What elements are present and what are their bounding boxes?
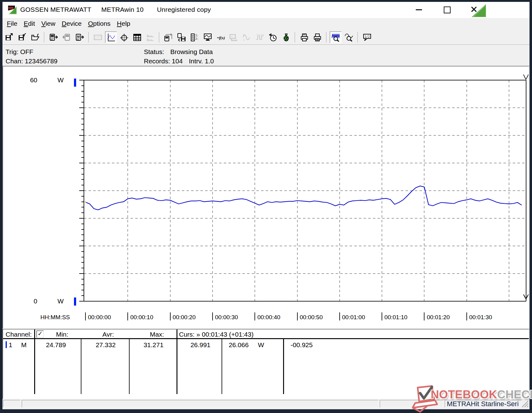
power-trace bbox=[85, 186, 522, 210]
y-axis-bottom-label: 0 bbox=[25, 297, 37, 305]
table-divider bbox=[81, 339, 81, 394]
y-axis-top-marker[interactable] bbox=[74, 79, 76, 87]
channel-color-bar bbox=[6, 341, 7, 348]
grid-icon bbox=[133, 33, 141, 42]
formula-button[interactable]: =f(x) bbox=[215, 31, 227, 43]
printer-icon bbox=[313, 33, 322, 42]
menu-edit[interactable]: Edit bbox=[21, 19, 37, 28]
device-save-icon bbox=[177, 33, 186, 42]
record-live-button[interactable] bbox=[280, 31, 292, 43]
toolbar-separator bbox=[326, 32, 327, 43]
channel-setup-button[interactable]: 1:2: bbox=[189, 31, 200, 43]
title-bar: GOSSEN METRAWATT METRAwin 10 Unregistere… bbox=[2, 2, 530, 18]
statusbar-cell bbox=[3, 400, 21, 407]
menu-view[interactable]: View bbox=[39, 19, 58, 28]
col-header-channel: Channel: bbox=[6, 331, 32, 338]
channel-list: Chan: 123456789 bbox=[6, 57, 57, 65]
resize-grip[interactable] bbox=[521, 400, 529, 408]
folder-icon bbox=[31, 33, 39, 42]
transfer-settings-button[interactable] bbox=[163, 31, 174, 43]
statusbar-cell bbox=[22, 400, 378, 407]
chart-axes bbox=[79, 80, 526, 320]
table-header-divider bbox=[3, 338, 529, 339]
chart-plot[interactable] bbox=[3, 66, 529, 328]
x-tick-label: 00:00:30 bbox=[215, 314, 238, 321]
y-axis-bottom-unit: W bbox=[57, 297, 64, 305]
file-save-as-button[interactable] bbox=[16, 31, 28, 43]
scope-view-button[interactable] bbox=[118, 31, 130, 43]
menu-help[interactable]: Help bbox=[114, 19, 133, 28]
x-tick-label: 00:00:40 bbox=[257, 314, 280, 321]
menu-options[interactable]: Options bbox=[85, 19, 113, 28]
cursor-delta-value: -00.925 bbox=[291, 341, 313, 349]
records-count: Records: 104 bbox=[144, 57, 183, 65]
read-device-button[interactable] bbox=[48, 31, 59, 43]
y-axis-bottom-marker[interactable] bbox=[74, 297, 76, 306]
chart-panel: 60 W 0 W HH:MM:SS 00:00:0000:00:1000:00:… bbox=[2, 66, 530, 329]
trigger-status: Trig: OFF bbox=[6, 48, 33, 56]
table-divider bbox=[129, 339, 130, 394]
menu-device[interactable]: Device bbox=[59, 19, 84, 28]
lcd-icon: 1257 bbox=[94, 33, 102, 42]
chart-view-button[interactable] bbox=[105, 31, 117, 43]
print-chart-icon bbox=[300, 33, 309, 42]
list-icon: 1:2: bbox=[190, 33, 199, 42]
x-tick-label: 00:01:30 bbox=[469, 314, 492, 321]
write-device-button[interactable] bbox=[176, 31, 187, 43]
svg-text:M: M bbox=[77, 35, 80, 38]
x-tick-label: 00:00:50 bbox=[300, 314, 323, 321]
chart-gridlines bbox=[84, 80, 526, 301]
numeric-display-button: 1257 bbox=[92, 31, 104, 43]
toolbar-separator bbox=[44, 32, 45, 43]
zoom-in-button[interactable] bbox=[330, 31, 342, 43]
x-tick-label: 00:00:10 bbox=[130, 314, 153, 321]
table-view-button[interactable] bbox=[131, 31, 143, 43]
floppy-out-icon bbox=[5, 33, 13, 42]
record-icon bbox=[282, 33, 290, 42]
menu-bar: File Edit View Device Options Help bbox=[2, 18, 530, 30]
status-value: Browsing Data bbox=[170, 48, 213, 56]
menu-file[interactable]: File bbox=[4, 19, 20, 28]
svg-text:=f(x): =f(x) bbox=[217, 35, 225, 40]
vendor-title: GOSSEN METRAWATT bbox=[20, 6, 91, 13]
annotation-button[interactable]: 1/2 bbox=[361, 31, 373, 43]
status-bar: METRAHit Starline-Seri bbox=[2, 399, 530, 409]
device-arrow-left-icon bbox=[62, 33, 71, 42]
print-preview-button[interactable] bbox=[298, 31, 310, 43]
wave-icon bbox=[107, 33, 115, 42]
app-title: METRAwin 10 bbox=[101, 6, 144, 13]
bars-icon bbox=[146, 33, 154, 42]
maximize-button[interactable] bbox=[444, 7, 451, 13]
col-header-max: Max: bbox=[148, 331, 166, 338]
fx-icon: =f(x) bbox=[217, 33, 225, 42]
minimize-button[interactable] bbox=[416, 9, 422, 10]
monitor-view-button[interactable] bbox=[202, 31, 213, 43]
acquisition-info: Trig: OFF Chan: 123456789 Status: Browsi… bbox=[2, 45, 530, 66]
channel-visible-checkbox[interactable]: ✓ bbox=[36, 330, 44, 338]
trace-start-marker bbox=[85, 202, 86, 203]
cursor-a-value: 26.991 bbox=[188, 341, 213, 349]
time-setup-button[interactable] bbox=[267, 31, 279, 43]
svg-text:1:: 1: bbox=[195, 34, 198, 37]
device-m-icon: M bbox=[76, 33, 84, 42]
bubble-icon: 1/2 bbox=[363, 33, 371, 42]
x-tick-label: 00:01:10 bbox=[384, 314, 407, 321]
floppy-in-icon bbox=[18, 33, 26, 42]
lcd2-icon: 321 bbox=[230, 33, 238, 42]
cursor-line bbox=[524, 75, 529, 301]
app-window: GOSSEN METRAWATT METRAwin 10 Unregistere… bbox=[0, 0, 532, 413]
cursor-b-value: 26.066 bbox=[226, 341, 251, 349]
table-divider bbox=[222, 339, 222, 394]
read-memory-button[interactable]: M bbox=[74, 31, 85, 43]
status-label: Status: bbox=[144, 48, 164, 56]
zoom-out-button[interactable] bbox=[343, 31, 355, 43]
toolbar-separator bbox=[357, 32, 358, 43]
col-header-avr: Avr: bbox=[99, 331, 117, 338]
clock-icon bbox=[269, 33, 277, 42]
statusbar-cell bbox=[380, 400, 443, 407]
file-open-button[interactable] bbox=[29, 31, 41, 43]
pulse-output-button bbox=[254, 31, 266, 43]
interval-value: Intrv. 1.0 bbox=[189, 57, 214, 65]
file-save-button[interactable] bbox=[3, 31, 15, 43]
print-button[interactable] bbox=[311, 31, 323, 43]
